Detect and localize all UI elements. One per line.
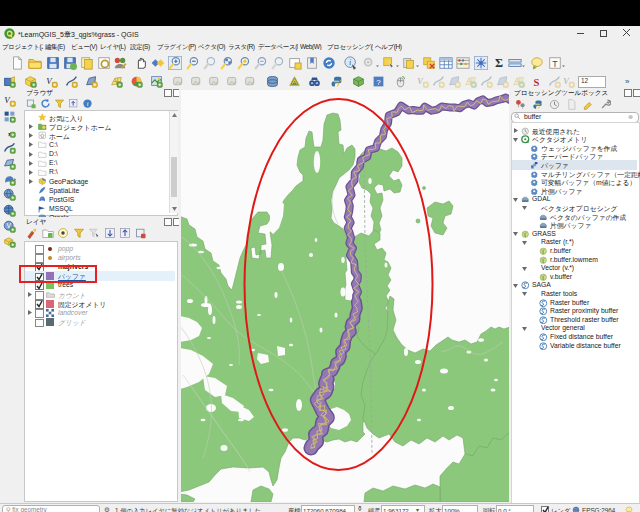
svg-text:?: ? — [376, 78, 381, 87]
svg-text:S: S — [534, 77, 540, 88]
svg-text:i: i — [87, 100, 89, 107]
svg-text:T: T — [552, 59, 558, 69]
svg-text:Σ: Σ — [495, 56, 503, 70]
svg-text:A: A — [293, 80, 297, 86]
svg-text:i: i — [349, 58, 351, 67]
